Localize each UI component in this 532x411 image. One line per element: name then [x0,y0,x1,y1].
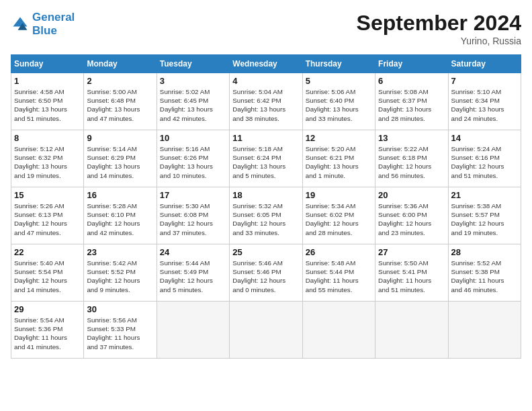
day-info: Sunrise: 5:20 AM Sunset: 6:21 PM Dayligh… [306,144,372,180]
calendar-cell: 6Sunrise: 5:08 AM Sunset: 6:37 PM Daylig… [375,73,448,130]
calendar-cell: 15Sunrise: 5:26 AM Sunset: 6:13 PM Dayli… [11,187,84,244]
day-number: 24 [160,247,226,257]
day-info: Sunrise: 5:34 AM Sunset: 6:02 PM Dayligh… [306,201,372,237]
day-number: 18 [232,190,299,200]
day-info: Sunrise: 5:52 AM Sunset: 5:38 PM Dayligh… [451,259,518,294]
day-number: 2 [87,76,153,86]
calendar-cell [157,302,229,359]
week-row-3: 15Sunrise: 5:26 AM Sunset: 6:13 PM Dayli… [11,187,521,244]
day-info: Sunrise: 4:58 AM Sunset: 6:50 PM Dayligh… [14,87,81,123]
calendar-cell: 8Sunrise: 5:12 AM Sunset: 6:32 PM Daylig… [11,130,84,187]
header: General Blue September 2024 Yurino, Russ… [11,11,521,46]
week-row-2: 8Sunrise: 5:12 AM Sunset: 6:32 PM Daylig… [11,130,521,187]
day-info: Sunrise: 5:24 AM Sunset: 6:16 PM Dayligh… [451,144,518,180]
day-number: 22 [14,247,81,257]
location: Yurino, Russia [357,36,521,46]
column-header-sunday: Sunday [11,55,84,73]
column-header-thursday: Thursday [302,55,375,73]
week-row-4: 22Sunrise: 5:40 AM Sunset: 5:54 PM Dayli… [11,244,521,302]
calendar-cell: 23Sunrise: 5:42 AM Sunset: 5:52 PM Dayli… [84,244,157,302]
column-headers: SundayMondayTuesdayWednesdayThursdayFrid… [11,55,521,73]
calendar-cell: 30Sunrise: 5:56 AM Sunset: 5:33 PM Dayli… [84,302,157,359]
day-info: Sunrise: 5:14 AM Sunset: 6:29 PM Dayligh… [87,144,153,180]
calendar-cell: 29Sunrise: 5:54 AM Sunset: 5:36 PM Dayli… [11,302,84,359]
title-area: September 2024 Yurino, Russia [357,11,521,46]
calendar-cell: 27Sunrise: 5:50 AM Sunset: 5:41 PM Dayli… [375,244,448,302]
calendar-cell: 24Sunrise: 5:44 AM Sunset: 5:49 PM Dayli… [157,244,229,302]
day-info: Sunrise: 5:10 AM Sunset: 6:34 PM Dayligh… [451,87,518,123]
calendar-cell: 18Sunrise: 5:32 AM Sunset: 6:05 PM Dayli… [230,187,302,244]
day-number: 15 [14,190,81,200]
calendar-cell: 13Sunrise: 5:22 AM Sunset: 6:18 PM Dayli… [375,130,448,187]
calendar-cell: 17Sunrise: 5:30 AM Sunset: 6:08 PM Dayli… [157,187,229,244]
calendar-cell: 19Sunrise: 5:34 AM Sunset: 6:02 PM Dayli… [302,187,375,244]
day-info: Sunrise: 5:30 AM Sunset: 6:08 PM Dayligh… [160,201,226,237]
column-header-monday: Monday [84,55,157,73]
calendar-cell [375,302,448,359]
day-info: Sunrise: 5:36 AM Sunset: 6:00 PM Dayligh… [378,201,445,237]
day-info: Sunrise: 5:56 AM Sunset: 5:33 PM Dayligh… [87,316,153,351]
day-info: Sunrise: 5:26 AM Sunset: 6:13 PM Dayligh… [14,201,81,237]
day-number: 13 [378,133,445,143]
calendar-cell: 9Sunrise: 5:14 AM Sunset: 6:29 PM Daylig… [84,130,157,187]
day-number: 28 [451,247,518,257]
calendar-cell: 5Sunrise: 5:06 AM Sunset: 6:40 PM Daylig… [302,73,375,130]
day-number: 29 [14,304,81,314]
day-info: Sunrise: 5:28 AM Sunset: 6:10 PM Dayligh… [87,201,153,237]
day-number: 30 [87,304,153,314]
day-number: 10 [160,133,226,143]
column-header-wednesday: Wednesday [230,55,302,73]
calendar-cell: 25Sunrise: 5:46 AM Sunset: 5:46 PM Dayli… [230,244,302,302]
day-info: Sunrise: 5:00 AM Sunset: 6:48 PM Dayligh… [87,87,153,123]
day-info: Sunrise: 5:08 AM Sunset: 6:37 PM Dayligh… [378,87,445,123]
day-info: Sunrise: 5:46 AM Sunset: 5:46 PM Dayligh… [232,259,299,294]
calendar-cell: 12Sunrise: 5:20 AM Sunset: 6:21 PM Dayli… [302,130,375,187]
calendar-cell: 10Sunrise: 5:16 AM Sunset: 6:26 PM Dayli… [157,130,229,187]
day-number: 14 [451,133,518,143]
calendar-cell: 16Sunrise: 5:28 AM Sunset: 6:10 PM Dayli… [84,187,157,244]
logo-text: General Blue [32,11,75,37]
day-number: 16 [87,190,153,200]
day-number: 6 [378,76,445,86]
calendar-cell [230,302,302,359]
week-row-1: 1Sunrise: 4:58 AM Sunset: 6:50 PM Daylig… [11,73,521,130]
day-info: Sunrise: 5:54 AM Sunset: 5:36 PM Dayligh… [14,316,81,351]
day-number: 7 [451,76,518,86]
day-info: Sunrise: 5:02 AM Sunset: 6:45 PM Dayligh… [160,87,226,123]
day-info: Sunrise: 5:12 AM Sunset: 6:32 PM Dayligh… [14,144,81,180]
calendar-cell: 22Sunrise: 5:40 AM Sunset: 5:54 PM Dayli… [11,244,84,302]
day-number: 4 [232,76,299,86]
calendar-cell [302,302,375,359]
logo: General Blue [11,11,75,37]
day-info: Sunrise: 5:22 AM Sunset: 6:18 PM Dayligh… [378,144,445,180]
calendar-cell: 20Sunrise: 5:36 AM Sunset: 6:00 PM Dayli… [375,187,448,244]
day-info: Sunrise: 5:16 AM Sunset: 6:26 PM Dayligh… [160,144,226,180]
column-header-saturday: Saturday [448,55,521,73]
day-number: 9 [87,133,153,143]
day-number: 25 [232,247,299,257]
day-info: Sunrise: 5:40 AM Sunset: 5:54 PM Dayligh… [14,259,81,294]
calendar-cell: 14Sunrise: 5:24 AM Sunset: 6:16 PM Dayli… [448,130,521,187]
day-info: Sunrise: 5:42 AM Sunset: 5:52 PM Dayligh… [87,259,153,294]
day-number: 23 [87,247,153,257]
day-info: Sunrise: 5:18 AM Sunset: 6:24 PM Dayligh… [232,144,299,180]
column-header-friday: Friday [375,55,448,73]
day-number: 26 [306,247,372,257]
calendar: SundayMondayTuesdayWednesdayThursdayFrid… [11,54,521,359]
calendar-cell: 4Sunrise: 5:04 AM Sunset: 6:42 PM Daylig… [230,73,302,130]
calendar-cell: 11Sunrise: 5:18 AM Sunset: 6:24 PM Dayli… [230,130,302,187]
day-info: Sunrise: 5:48 AM Sunset: 5:44 PM Dayligh… [306,259,372,294]
logo-icon [11,15,30,34]
day-info: Sunrise: 5:04 AM Sunset: 6:42 PM Dayligh… [232,87,299,123]
day-number: 27 [378,247,445,257]
day-number: 12 [306,133,372,143]
day-number: 11 [232,133,299,143]
day-number: 17 [160,190,226,200]
calendar-cell: 21Sunrise: 5:38 AM Sunset: 5:57 PM Dayli… [448,187,521,244]
day-info: Sunrise: 5:32 AM Sunset: 6:05 PM Dayligh… [232,201,299,237]
day-number: 5 [306,76,372,86]
column-header-tuesday: Tuesday [157,55,229,73]
calendar-cell: 3Sunrise: 5:02 AM Sunset: 6:45 PM Daylig… [157,73,229,130]
svg-marker-0 [13,17,28,26]
day-number: 20 [378,190,445,200]
